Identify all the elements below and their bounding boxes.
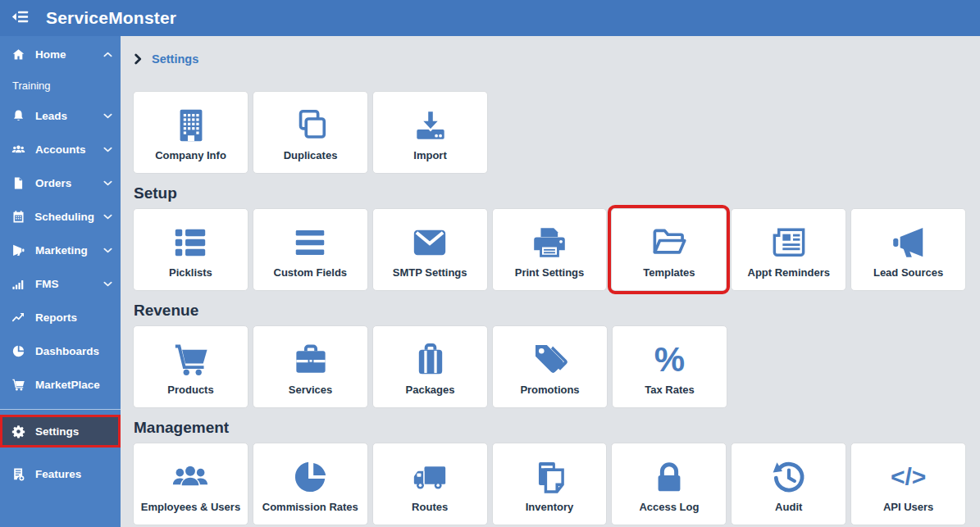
calendar-icon <box>11 210 25 224</box>
collapse-sidebar-button[interactable] <box>0 7 39 30</box>
sidebar-item-features[interactable]: Features <box>0 457 121 491</box>
sidebar-item-marketing[interactable]: Marketing <box>0 234 121 267</box>
tile-label: Print Settings <box>515 266 585 279</box>
suitcase-icon <box>412 337 449 383</box>
tile-label: Inventory <box>526 501 574 513</box>
home-icon <box>11 48 26 61</box>
tile-label: Commission Rates <box>262 501 358 513</box>
sidebar-item-label: Leads <box>35 110 94 122</box>
megaphone-left-icon <box>11 243 26 257</box>
tile-duplicates[interactable]: Duplicates <box>253 91 368 174</box>
tile-row: Employees & UsersCommission RatesRoutesI… <box>133 443 966 525</box>
sidebar-item-label: FMS <box>35 278 94 290</box>
bell-icon <box>11 109 26 123</box>
tile-label: Promotions <box>520 384 579 396</box>
envelope-icon <box>411 220 449 266</box>
tile-label: Picklists <box>169 266 212 279</box>
bars-icon <box>291 220 329 266</box>
tile-company-info[interactable]: Company Info <box>133 91 248 174</box>
tile-employees-users[interactable]: Employees & Users <box>133 443 248 525</box>
sidebar-divider <box>0 409 121 410</box>
sidebar-item-fms[interactable]: FMS <box>0 267 121 301</box>
sidebar-item-orders[interactable]: Orders <box>0 166 121 200</box>
sidebar-item-label: Accounts <box>35 143 94 156</box>
sidebar-item-label: MarketPlace <box>35 379 112 391</box>
tile-label: Services <box>289 384 333 396</box>
shopping-cart-icon <box>11 378 26 392</box>
sidebar-item-dashboards[interactable]: Dashboards <box>0 334 121 368</box>
tile-packages[interactable]: Packages <box>372 325 488 408</box>
sidebar-item-label: Training <box>12 80 112 92</box>
printer-icon <box>531 220 568 266</box>
tile-label: Import <box>413 149 446 161</box>
tile-row: Company InfoDuplicatesImport <box>133 91 966 174</box>
pie-slice-icon <box>291 454 329 500</box>
chevron-down-icon <box>103 113 112 119</box>
tile-custom-fields[interactable]: Custom Fields <box>253 208 368 291</box>
tile-tax-rates[interactable]: %Tax Rates <box>612 325 727 408</box>
signal-bars-icon <box>11 277 26 291</box>
file-icon <box>11 176 26 190</box>
tile-inventory[interactable]: Inventory <box>492 443 608 525</box>
megaphone-right-icon <box>890 220 928 266</box>
tile-products[interactable]: Products <box>133 325 248 408</box>
gear-icon <box>11 425 26 438</box>
tile-label: Products <box>167 384 213 396</box>
sidebar-item-scheduling[interactable]: Scheduling <box>0 200 121 234</box>
percent-icon: % <box>654 337 685 383</box>
tile-api-users[interactable]: </>API Users <box>850 443 966 525</box>
code-icon: </> <box>891 454 926 500</box>
chevron-down-icon <box>103 180 112 186</box>
breadcrumb-settings-link[interactable]: Settings <box>152 52 198 66</box>
sidebar-item-reports[interactable]: Reports <box>0 301 121 334</box>
sidebar-item-label: Features <box>35 468 112 480</box>
breadcrumb-chevron-icon <box>134 53 142 65</box>
tile-access-log[interactable]: Access Log <box>611 443 727 525</box>
folder-open-icon <box>650 220 688 266</box>
chevron-down-icon <box>103 214 112 220</box>
sidebar-item-training[interactable]: Training <box>0 71 121 99</box>
sidebar-item-accounts[interactable]: Accounts <box>0 133 121 166</box>
sidebar-item-settings[interactable]: Settings <box>0 415 121 447</box>
sidebar-item-marketplace[interactable]: MarketPlace <box>0 368 121 402</box>
import-icon <box>412 102 449 148</box>
main-content: Settings Company InfoDuplicatesImportSet… <box>121 36 980 527</box>
tile-import[interactable]: Import <box>372 91 488 174</box>
tile-picklists[interactable]: Picklists <box>133 208 248 291</box>
copy-pages-icon <box>531 454 568 500</box>
sidebar-item-leads[interactable]: Leads <box>0 99 121 133</box>
tags-icon <box>531 337 569 383</box>
section-header-setup: Setup <box>134 183 966 203</box>
tile-lead-sources[interactable]: Lead Sources <box>850 208 966 291</box>
tile-routes[interactable]: Routes <box>372 443 488 525</box>
tile-smtp-settings[interactable]: SMTP Settings <box>372 208 488 291</box>
tile-appt-reminders[interactable]: Appt Reminders <box>731 208 846 291</box>
chevron-down-icon <box>103 281 112 287</box>
sidebar-item-home[interactable]: Home <box>0 38 121 71</box>
tile-commission-rates[interactable]: Commission Rates <box>253 443 368 525</box>
chevron-up-icon <box>103 52 112 57</box>
outdent-icon <box>11 7 30 30</box>
tile-services[interactable]: Services <box>253 325 368 408</box>
sidebar-item-label: Orders <box>35 177 94 189</box>
sidebar-item-label: Reports <box>35 311 112 324</box>
lock-icon <box>650 454 688 500</box>
feature-list-icon <box>11 467 26 481</box>
app-header: ServiceMonster <box>0 0 980 36</box>
tile-label: API Users <box>883 501 933 513</box>
sidebar-item-label: Dashboards <box>35 345 112 357</box>
tile-label: Lead Sources <box>873 266 943 279</box>
users-icon <box>11 143 26 157</box>
duplicates-icon <box>292 102 330 148</box>
tile-label: Appt Reminders <box>748 266 830 279</box>
tile-promotions[interactable]: Promotions <box>492 325 608 408</box>
chevron-down-icon <box>103 147 112 152</box>
tile-print-settings[interactable]: Print Settings <box>492 208 608 291</box>
tile-templates[interactable]: Templates <box>611 208 727 291</box>
users-group-icon <box>171 454 209 500</box>
section-header-management: Management <box>134 417 966 438</box>
picklist-icon <box>171 220 209 266</box>
sidebar-item-label: Home <box>35 48 94 61</box>
chevron-down-icon <box>103 248 112 253</box>
tile-audit[interactable]: Audit <box>731 443 846 525</box>
